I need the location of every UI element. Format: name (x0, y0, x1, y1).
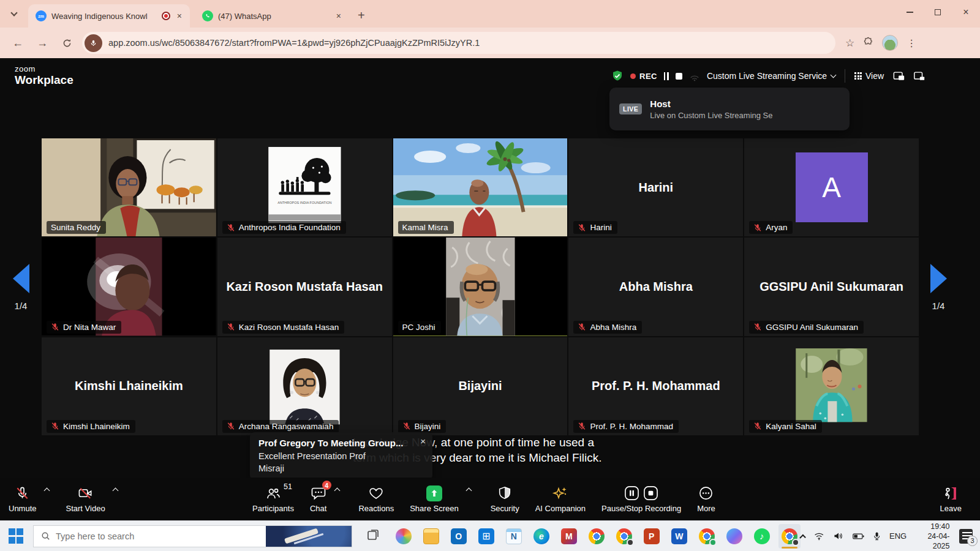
unmute-options-chevron[interactable] (42, 481, 53, 498)
window-mode-icons (893, 71, 925, 81)
taskbar-app-file-explorer[interactable] (420, 524, 442, 549)
participant-tile-kimshi[interactable]: Kimshi Lhaineikim Kimshi Lhaineikim (42, 337, 216, 435)
share-screen-button[interactable]: Share Screen (410, 485, 459, 513)
taskbar-app-outlook[interactable]: O (448, 524, 470, 549)
participant-tile-sunita-reddy[interactable]: Sunita Reddy (42, 138, 216, 236)
chat-button[interactable]: 4 Chat (310, 485, 326, 513)
maximize-button[interactable] (924, 0, 952, 24)
bookmark-star-icon[interactable]: ☆ (845, 37, 854, 50)
previous-page-nav[interactable]: 1/4 (9, 264, 33, 311)
security-button[interactable]: Security (491, 485, 519, 513)
tab-close-icon[interactable]: × (334, 11, 343, 21)
participant-tile-ggsipu-anil[interactable]: GGSIPU Anil Sukumaran GGSIPU Anil Sukuma… (744, 238, 919, 335)
new-tab-button[interactable]: + (358, 9, 365, 28)
view-button[interactable]: View (854, 71, 884, 81)
chevron-down-icon (10, 9, 17, 16)
participant-tile-abha-mishra[interactable]: Abha Mishra Abha Mishra (568, 238, 743, 335)
taskbar-app-chrome-profile[interactable] (613, 524, 635, 549)
taskbar-search[interactable] (33, 525, 352, 547)
pop-out-window-icon[interactable] (913, 71, 925, 81)
extensions-icon[interactable] (863, 37, 873, 50)
tab-search-button[interactable] (6, 6, 22, 22)
participant-tile-kazi[interactable]: Kazi Roson Mustafa Hasan Kazi Roson Must… (217, 238, 392, 335)
more-button[interactable]: More (697, 485, 715, 513)
browser-menu-icon[interactable]: ⋮ (907, 37, 916, 49)
live-stream-host-popup[interactable]: LIVE Host Live on Custom Live Streaming … (609, 88, 850, 130)
encryption-shield-icon[interactable] (611, 70, 624, 82)
participant-tile-nita-mawar[interactable]: Dr Nita Mawar (42, 238, 216, 335)
back-button[interactable]: ← (9, 34, 27, 52)
mic-muted-icon (402, 422, 411, 430)
video-grid: Sunita Reddy (42, 138, 919, 435)
taskbar-app-microsoft-store[interactable]: ⊞ (475, 524, 497, 549)
search-input[interactable] (56, 531, 239, 541)
participant-tile-anthropos[interactable]: ANTHROPOS INDIA FOUNDATION Anthropos Ind… (217, 138, 392, 236)
participant-tile-aryan[interactable]: A Aryan (744, 138, 919, 236)
volume-icon[interactable] (833, 531, 843, 541)
mic-tray-icon[interactable] (873, 531, 880, 542)
clock[interactable]: 19:40 24-04-2025 (916, 522, 949, 551)
tab-close-icon[interactable]: × (175, 11, 184, 21)
participant-tile-archana[interactable]: Archana Rangaswamaiah (217, 337, 392, 435)
reload-button[interactable] (58, 34, 76, 52)
next-page-arrow-icon[interactable] (930, 264, 947, 293)
taskbar-app-chrome-active[interactable] (778, 524, 801, 549)
view-label: View (865, 71, 884, 81)
participant-tile-kamal-misra[interactable]: Kamal Misra (393, 138, 568, 236)
address-bar[interactable]: app.zoom.us/wc/85063847672/start?fromPWA… (82, 32, 835, 54)
live-streaming-service-dropdown[interactable]: Custom Live Streaming Service (707, 71, 835, 81)
close-button[interactable]: × (952, 0, 980, 24)
pause-recording-icon[interactable] (664, 72, 669, 80)
taskbar-app-word[interactable]: W (668, 524, 690, 549)
reactions-button[interactable]: Reactions (358, 485, 394, 513)
chevron-up-icon (44, 487, 50, 493)
chat-notification-toast[interactable]: Prof Gregory To Meeting Group... Excelle… (250, 432, 432, 480)
taskbar-app-copilot[interactable] (723, 524, 745, 549)
video-options-chevron[interactable] (110, 481, 121, 498)
forward-button[interactable]: → (33, 34, 51, 52)
participant-tile-ph-mohammad[interactable]: Prof. P. H. Mohammad Prof. P. H. Mohamma… (568, 337, 743, 435)
task-view-button[interactable] (366, 528, 380, 545)
site-mic-permission-icon[interactable] (85, 34, 102, 52)
taskbar-app-powerpoint[interactable]: P (641, 524, 663, 549)
minimize-button[interactable] (895, 0, 924, 24)
participant-tile-harini[interactable]: Harini Harini (568, 138, 743, 236)
browser-profile-avatar[interactable] (882, 35, 898, 51)
chat-options-chevron[interactable] (331, 481, 342, 498)
taskbar-app-microsoft-365[interactable]: M (558, 524, 580, 549)
tab-zoom-meeting[interactable]: zm Weaving Indigenous Knowl × (28, 4, 190, 28)
language-indicator[interactable]: ENG (889, 531, 907, 541)
taskbar-app-spotify[interactable]: ♪ (751, 524, 773, 549)
navbar-right: ☆ ⋮ (845, 35, 916, 51)
unmute-button[interactable]: Unmute (9, 485, 37, 513)
start-video-button[interactable]: Start Video (66, 485, 105, 513)
participant-tile-kalyani[interactable]: Kalyani Sahal (744, 337, 919, 435)
stop-recording-icon[interactable] (676, 73, 682, 80)
participants-button[interactable]: 51 Participants (252, 485, 294, 513)
ai-companion-button[interactable]: AI Companion (535, 485, 586, 513)
taskbar-app-edge[interactable]: e (530, 524, 552, 549)
previous-page-arrow-icon[interactable] (13, 264, 29, 293)
participant-name-label: Abha Mishra (573, 321, 642, 334)
wifi-icon[interactable] (814, 531, 824, 541)
taskbar-app-notepad[interactable]: N (503, 524, 525, 549)
taskbar-app-paint[interactable] (393, 524, 415, 549)
participant-tile-bijayini[interactable]: Bijayini Bijayini (393, 337, 568, 435)
start-button[interactable] (9, 528, 23, 544)
leave-button[interactable]: Leave (940, 485, 962, 513)
participant-tile-pc-joshi[interactable]: PC Joshi (393, 238, 568, 335)
notification-center-button[interactable]: 3 (959, 529, 973, 544)
share-options-chevron[interactable] (464, 481, 475, 498)
pause-stop-recording-button[interactable]: Pause/Stop Recording (601, 485, 681, 513)
edge-icon: e (533, 528, 549, 544)
tab-whatsapp[interactable]: (47) WhatsApp × (195, 4, 349, 28)
taskbar-app-chrome[interactable] (586, 524, 608, 549)
taskbar-app-chrome-meet[interactable] (696, 524, 718, 549)
picture-in-picture-icon[interactable] (893, 71, 905, 81)
battery-icon[interactable] (853, 532, 864, 541)
search-daily-image[interactable] (266, 526, 352, 547)
meeting-top-bar: REC Custom Live Streaming Service View (611, 69, 925, 83)
participant-name-label: Dr Nita Mawar (47, 321, 121, 334)
toast-close-icon[interactable]: × (420, 436, 426, 446)
next-page-nav[interactable]: 1/4 (926, 264, 951, 311)
